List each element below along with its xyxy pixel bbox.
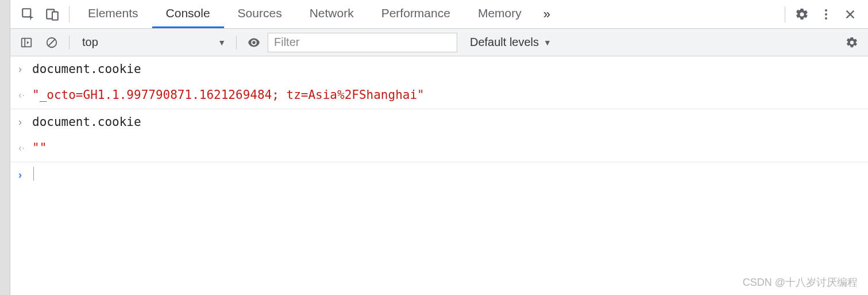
levels-label: Default levels: [470, 36, 539, 49]
svg-line-12: [49, 39, 55, 45]
svg-point-3: [825, 9, 827, 12]
close-devtools-icon[interactable]: [838, 0, 862, 29]
inspect-element-icon[interactable]: [16, 0, 40, 29]
output-chevron-icon: ‹·: [18, 87, 32, 102]
console-input-text: document.cookie: [32, 114, 863, 131]
tab-network[interactable]: Network: [296, 0, 368, 28]
tab-console[interactable]: Console: [152, 0, 224, 28]
input-chevron-icon: ›: [18, 114, 32, 129]
tab-performance[interactable]: Performance: [368, 0, 464, 28]
console-prompt-caret[interactable]: [33, 167, 863, 181]
console-input-text: document.cookie: [32, 61, 863, 78]
filter-input[interactable]: [268, 33, 457, 52]
kebab-menu-icon[interactable]: [814, 0, 838, 29]
live-expression-icon[interactable]: [242, 29, 265, 56]
more-tabs-button[interactable]: »: [535, 7, 558, 22]
prompt-chevron-icon: ›: [18, 167, 32, 182]
output-chevron-icon: ‹·: [18, 140, 32, 155]
input-chevron-icon: ›: [18, 61, 32, 76]
dropdown-triangle-icon: ▼: [218, 38, 226, 47]
console-input-row: › document.cookie: [10, 109, 868, 135]
divider: [69, 36, 70, 49]
devtools-tabbar: Elements Console Sources Network Perform…: [10, 0, 868, 29]
tab-elements[interactable]: Elements: [74, 0, 152, 28]
left-gutter: [0, 0, 10, 295]
console-output-text: "": [32, 140, 863, 156]
settings-gear-icon[interactable]: [790, 0, 814, 29]
divider: [236, 36, 237, 49]
tab-sources[interactable]: Sources: [224, 0, 296, 28]
divider: [785, 6, 785, 22]
log-levels-select[interactable]: Default levels ▼: [470, 36, 551, 49]
tabs-list: Elements Console Sources Network Perform…: [74, 0, 535, 28]
console-output-row: ‹· "": [10, 135, 868, 162]
context-label: top: [82, 36, 98, 49]
console-log-area[interactable]: › document.cookie ‹· "_octo=GH1.1.997790…: [10, 56, 868, 295]
console-settings-gear-icon[interactable]: [840, 29, 863, 56]
svg-marker-10: [27, 41, 29, 44]
svg-rect-2: [52, 12, 58, 20]
sidebar-toggle-icon[interactable]: [15, 29, 38, 56]
divider: [69, 6, 70, 22]
console-output-row: ‹· "_octo=GH1.1.997790871.1621269484; tz…: [10, 82, 868, 109]
svg-point-4: [825, 13, 827, 16]
console-output-text: "_octo=GH1.1.997790871.1621269484; tz=As…: [32, 87, 863, 104]
dropdown-triangle-icon: ▼: [543, 38, 551, 47]
tab-memory[interactable]: Memory: [464, 0, 535, 28]
console-prompt-row[interactable]: ›: [10, 162, 868, 187]
console-input-row: › document.cookie: [10, 56, 868, 82]
svg-rect-8: [22, 38, 32, 47]
svg-point-5: [825, 17, 827, 20]
device-toolbar-icon[interactable]: [40, 0, 64, 29]
console-toolbar: top ▼ Default levels ▼: [10, 29, 868, 56]
execution-context-select[interactable]: top ▼: [75, 33, 230, 52]
clear-console-icon[interactable]: [40, 29, 63, 56]
